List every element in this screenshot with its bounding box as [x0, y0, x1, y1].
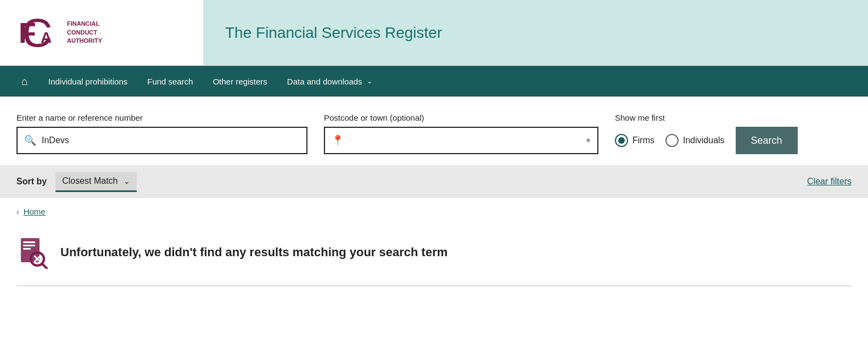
nav-item-fund-search[interactable]: Fund search: [137, 66, 203, 97]
name-input-wrapper: 🔍: [16, 127, 307, 154]
breadcrumb-back-icon: ‹: [16, 207, 19, 216]
nav-item-other-registers[interactable]: Other registers: [203, 66, 277, 97]
search-fields: Enter a name or reference number 🔍 Postc…: [16, 113, 852, 154]
radio-firms-circle: [615, 134, 628, 147]
clear-filters-link[interactable]: Clear filters: [807, 177, 852, 187]
svg-rect-4: [23, 241, 35, 243]
fca-authority-text: FINANCIAL CONDUCT AUTHORITY: [67, 20, 102, 45]
show-me-first-group: Show me first Firms Individuals Search: [615, 113, 798, 154]
svg-rect-5: [23, 245, 35, 246]
search-section: Enter a name or reference number 🔍 Postc…: [0, 97, 868, 165]
postcode-input[interactable]: [349, 136, 580, 145]
no-results-message: Unfortunately, we didn't find any result…: [60, 245, 447, 260]
radio-individuals-label: Individuals: [683, 136, 725, 145]
nav-dropdown-arrow: ⌄: [367, 77, 372, 85]
radio-individuals[interactable]: Individuals: [665, 134, 725, 147]
nav-item-data-downloads-label: Data and downloads: [287, 77, 362, 86]
svg-rect-6: [23, 248, 31, 250]
radio-firms[interactable]: Firms: [615, 134, 654, 147]
sort-dropdown[interactable]: Closest Match ⌄: [55, 172, 136, 192]
svg-text:A: A: [41, 29, 52, 46]
sort-bar: Sort by Closest Match ⌄ Clear filters: [0, 165, 868, 198]
fca-logo-box: F A FINANCIAL CONDUCT AUTHORITY: [16, 11, 102, 55]
location-pin-icon: 📍: [332, 134, 344, 146]
home-nav-button[interactable]: ⌂: [11, 66, 38, 97]
svg-line-8: [42, 264, 47, 268]
name-field-group: Enter a name or reference number 🔍: [16, 113, 307, 154]
no-results-section: Unfortunately, we didn't find any result…: [0, 225, 868, 285]
sort-left: Sort by Closest Match ⌄: [16, 172, 137, 192]
breadcrumb-home-link[interactable]: Home: [24, 207, 46, 216]
radio-group: Firms Individuals Search: [615, 127, 798, 154]
radio-firms-dot: [618, 137, 625, 144]
postcode-field-label: Postcode or town (optional): [324, 113, 598, 122]
sort-dropdown-arrow-icon: ⌄: [124, 177, 130, 185]
fca-logo-icon: F A: [16, 11, 60, 55]
radio-individuals-circle: [665, 134, 679, 147]
header-title-area: The Financial Services Register: [203, 13, 868, 53]
postcode-field-group: Postcode or town (optional) 📍 ⌖: [324, 113, 598, 154]
home-icon: ⌂: [21, 75, 28, 88]
crosshair-icon: ⌖: [586, 136, 591, 145]
name-search-input[interactable]: [42, 136, 300, 145]
page-header: F A FINANCIAL CONDUCT AUTHORITY The Fina…: [0, 0, 868, 66]
postcode-input-wrapper: 📍 ⌖: [324, 127, 598, 154]
search-icon: 🔍: [24, 134, 36, 146]
breadcrumb-bar: ‹ Home: [0, 198, 868, 225]
main-nav: ⌂ Individual prohibitions Fund search Ot…: [0, 66, 868, 97]
sort-by-label: Sort by: [16, 177, 47, 187]
logo-area: F A FINANCIAL CONDUCT AUTHORITY: [0, 0, 203, 66]
radio-firms-label: Firms: [632, 136, 654, 145]
no-results-icon: [16, 236, 49, 269]
nav-item-data-downloads[interactable]: Data and downloads ⌄: [277, 66, 382, 97]
show-me-first-label: Show me first: [615, 113, 798, 122]
name-field-label: Enter a name or reference number: [16, 113, 307, 122]
search-button[interactable]: Search: [736, 127, 798, 154]
nav-item-individual-prohibitions[interactable]: Individual prohibitions: [38, 66, 137, 97]
bottom-divider: [16, 285, 852, 286]
sort-dropdown-label: Closest Match: [62, 176, 117, 186]
page-title: The Financial Services Register: [225, 24, 846, 42]
